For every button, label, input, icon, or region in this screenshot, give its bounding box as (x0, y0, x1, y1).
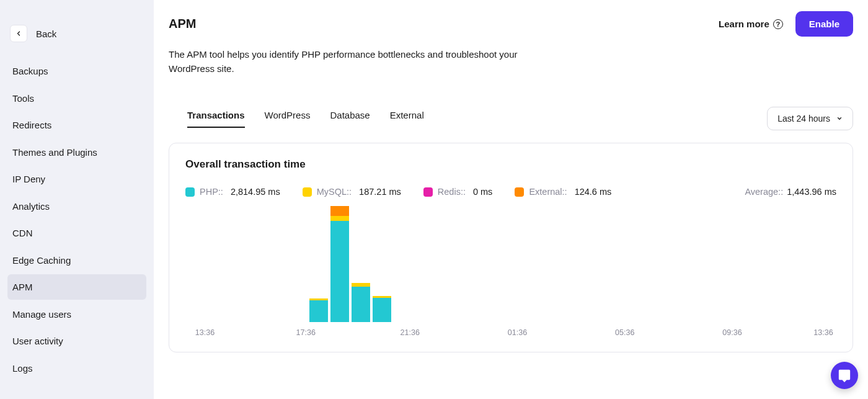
x-tick: 13:36 (195, 328, 215, 337)
average-stat: Average:: 1,443.96 ms (745, 187, 836, 197)
bar-segment (373, 298, 391, 322)
sidebar-item-ip-deny[interactable]: IP Deny (7, 166, 146, 192)
tabs: TransactionsWordPressDatabaseExternal (187, 110, 424, 128)
learn-more-link[interactable]: Learn more ? (719, 19, 783, 29)
bar-segment (330, 221, 349, 322)
legend-swatch (515, 187, 524, 197)
sidebar-item-analytics[interactable]: Analytics (7, 194, 146, 219)
chevron-down-icon (836, 115, 843, 122)
bar-stack (352, 283, 370, 322)
chart-x-axis: 13:3617:3621:3601:3605:3609:3613:36 (185, 328, 836, 341)
legend-swatch (423, 187, 433, 197)
x-tick: 05:36 (615, 328, 634, 337)
enable-button[interactable]: Enable (795, 11, 853, 37)
arrow-left-icon (15, 30, 22, 37)
bar-segment (352, 287, 370, 322)
chat-icon (838, 369, 851, 382)
legend-item: External::124.6 ms (515, 187, 611, 197)
sidebar-item-redirects[interactable]: Redirects (7, 112, 146, 138)
chart-area: 13:3617:3621:3601:3605:3609:3613:36 (185, 205, 836, 341)
sidebar-item-tools[interactable]: Tools (7, 86, 146, 111)
bar-segment (309, 300, 328, 322)
sidebar-item-apm[interactable]: APM (7, 274, 146, 300)
legend-label: External:: (529, 187, 567, 197)
learn-more-label: Learn more (719, 19, 769, 29)
legend-label: Redis:: (438, 187, 466, 197)
x-tick: 09:36 (722, 328, 742, 337)
back-button[interactable] (10, 25, 27, 42)
legend-value: 2,814.95 ms (231, 187, 280, 197)
legend-value: 0 ms (473, 187, 492, 197)
x-tick: 01:36 (508, 328, 527, 337)
bar-stack (373, 296, 391, 322)
sidebar-item-edge-caching[interactable]: Edge Caching (7, 248, 146, 273)
card-title: Overall transaction time (185, 158, 836, 171)
back-label: Back (36, 29, 56, 39)
page-description: The APM tool helps you identify PHP perf… (169, 48, 528, 76)
legend-value: 124.6 ms (575, 187, 612, 197)
sidebar-item-backups[interactable]: Backups (7, 58, 146, 84)
sidebar-item-user-activity[interactable]: User activity (7, 328, 146, 354)
x-tick: 17:36 (296, 328, 316, 337)
chart-legend: PHP::2,814.95 msMySQL::187.21 msRedis::0… (185, 187, 611, 197)
legend-label: PHP:: (200, 187, 223, 197)
tab-transactions[interactable]: Transactions (187, 110, 245, 128)
sidebar-item-themes-and-plugins[interactable]: Themes and Plugins (7, 140, 146, 165)
sidebar: Back BackupsToolsRedirectsThemes and Plu… (0, 0, 154, 399)
sidebar-item-logs[interactable]: Logs (7, 356, 146, 381)
bar-stack (309, 298, 328, 322)
legend-item: PHP::2,814.95 ms (185, 187, 280, 197)
tab-wordpress[interactable]: WordPress (265, 110, 311, 128)
sidebar-item-cdn[interactable]: CDN (7, 220, 146, 246)
legend-item: Redis::0 ms (423, 187, 493, 197)
time-range-select[interactable]: Last 24 hours (767, 107, 853, 130)
legend-item: MySQL::187.21 ms (303, 187, 401, 197)
sidebar-item-manage-users[interactable]: Manage users (7, 302, 146, 327)
x-tick: 21:36 (401, 328, 420, 337)
legend-value: 187.21 ms (359, 187, 401, 197)
help-icon: ? (773, 19, 783, 29)
bar-segment (330, 206, 349, 216)
legend-swatch (303, 187, 312, 197)
transaction-card: Overall transaction time PHP::2,814.95 m… (169, 143, 853, 352)
average-value: 1,443.96 ms (787, 187, 836, 197)
tab-external[interactable]: External (390, 110, 424, 128)
legend-swatch (185, 187, 195, 197)
main: APM Learn more ? Enable The APM tool hel… (154, 0, 868, 399)
x-tick: 13:36 (813, 328, 833, 337)
chat-widget[interactable] (831, 362, 858, 389)
time-range-label: Last 24 hours (777, 114, 830, 123)
page-title: APM (169, 17, 196, 31)
tab-database[interactable]: Database (330, 110, 370, 128)
chart-plot (246, 205, 830, 322)
bar-segment (330, 216, 349, 220)
legend-label: MySQL:: (317, 187, 352, 197)
bar-stack (330, 206, 349, 322)
average-label: Average:: (745, 187, 783, 197)
sidebar-nav: BackupsToolsRedirectsThemes and PluginsI… (7, 58, 146, 381)
